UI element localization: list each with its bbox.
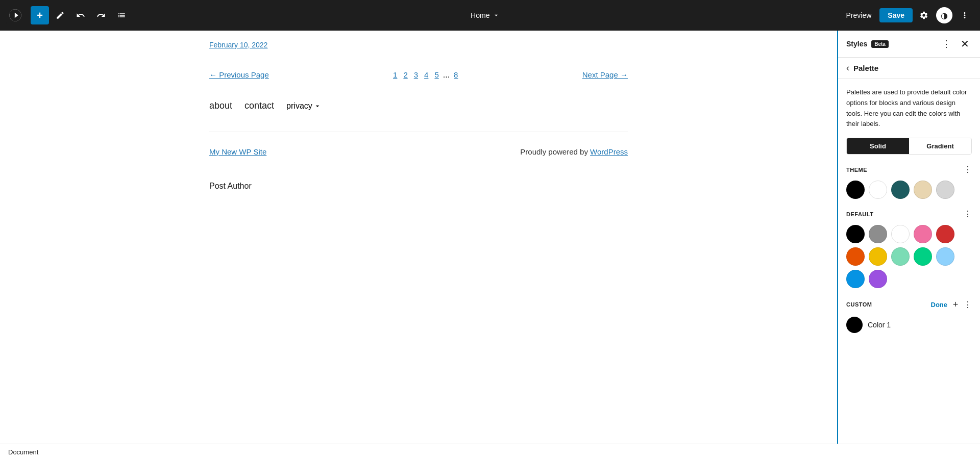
- default-color-4[interactable]: [914, 225, 932, 243]
- theme-section: THEME ⋮: [846, 165, 972, 199]
- custom-color-1-label: Color 1: [868, 321, 891, 329]
- default-color-5[interactable]: [936, 225, 954, 243]
- custom-color-1-swatch[interactable]: [846, 317, 863, 333]
- default-section: DEFAULT ⋮: [846, 209, 972, 288]
- right-panel: Styles Beta ⋮ ✕ ‹ Palette Palettes are u…: [837, 31, 980, 444]
- next-page-link[interactable]: Next Page →: [582, 70, 628, 79]
- custom-more-button[interactable]: ⋮: [964, 300, 972, 310]
- site-title-button[interactable]: Home: [464, 8, 506, 22]
- gradient-button[interactable]: Gradient: [909, 138, 971, 154]
- default-more-button[interactable]: ⋮: [964, 209, 972, 219]
- wp-logo-icon: [6, 6, 24, 24]
- default-color-9[interactable]: [914, 247, 932, 266]
- theme-color-white[interactable]: [869, 181, 887, 199]
- styles-title: Styles: [846, 40, 867, 48]
- site-link[interactable]: My New WP Site: [209, 147, 266, 156]
- page-ellipsis: ...: [443, 70, 450, 80]
- main-area: February 10, 2022 ← Previous Page 1 2 3 …: [0, 31, 980, 444]
- custom-color-row: Color 1: [846, 317, 972, 333]
- beta-badge: Beta: [871, 40, 889, 48]
- about-link[interactable]: about: [209, 100, 232, 111]
- toolbar: + Home Preview Save ◑: [0, 0, 980, 31]
- page-5-link[interactable]: 5: [432, 69, 440, 80]
- palette-title: Palette: [853, 64, 878, 72]
- theme-color-black[interactable]: [846, 181, 865, 199]
- page-2-link[interactable]: 2: [401, 69, 409, 80]
- panel-body: Palettes are used to provide default col…: [838, 79, 980, 444]
- default-color-3[interactable]: [891, 225, 910, 243]
- custom-section-title: CUSTOM: [846, 301, 872, 308]
- default-section-title: DEFAULT: [846, 211, 873, 217]
- bottom-bar: Document: [0, 444, 980, 460]
- contact-link[interactable]: contact: [244, 100, 274, 111]
- wordpress-link[interactable]: WordPress: [590, 147, 628, 156]
- preview-button[interactable]: Preview: [840, 8, 878, 22]
- custom-section: CUSTOM Done + ⋮ Color 1: [846, 298, 972, 333]
- pagination: ← Previous Page 1 2 3 4 5 ... 8 Next Pag…: [209, 64, 628, 85]
- palette-header: ‹ Palette: [838, 58, 980, 79]
- theme-color-teal[interactable]: [891, 181, 910, 199]
- default-color-2[interactable]: [869, 225, 887, 243]
- default-color-1[interactable]: [846, 225, 865, 243]
- page-3-link[interactable]: 3: [412, 69, 420, 80]
- redo-button[interactable]: [92, 6, 110, 24]
- panel-header: Styles Beta ⋮ ✕: [838, 31, 980, 58]
- default-color-8[interactable]: [891, 247, 910, 266]
- theme-color-light-gray[interactable]: [936, 181, 954, 199]
- solid-gradient-toggle: Solid Gradient: [846, 138, 972, 155]
- add-block-button[interactable]: +: [31, 6, 49, 24]
- add-custom-color-button[interactable]: +: [949, 298, 962, 311]
- site-footer: My New WP Site Proudly powered by WordPr…: [209, 132, 628, 171]
- date-link[interactable]: February 10, 2022: [209, 41, 628, 49]
- contrast-toggle-button[interactable]: ◑: [936, 7, 952, 23]
- theme-color-swatches: [846, 181, 972, 199]
- default-color-12[interactable]: [869, 270, 887, 288]
- page-numbers: 1 2 3 4 5 ... 8: [391, 69, 460, 80]
- default-color-6[interactable]: [846, 247, 865, 266]
- default-color-10[interactable]: [936, 247, 954, 266]
- footer-nav: about contact privacy: [209, 100, 628, 111]
- panel-more-button[interactable]: ⋮: [939, 37, 953, 51]
- page-4-link[interactable]: 4: [422, 69, 430, 80]
- custom-actions: Done + ⋮: [931, 298, 972, 311]
- post-author-label: Post Author: [209, 182, 628, 191]
- more-options-button[interactable]: [955, 6, 974, 24]
- theme-more-button[interactable]: ⋮: [964, 165, 972, 174]
- settings-button[interactable]: [915, 6, 933, 24]
- prev-page-link[interactable]: ← Previous Page: [209, 70, 269, 79]
- default-color-swatches: [846, 225, 972, 288]
- save-button[interactable]: Save: [879, 8, 913, 22]
- page-1-link[interactable]: 1: [391, 69, 399, 80]
- panel-close-button[interactable]: ✕: [958, 37, 972, 51]
- edit-tool-button[interactable]: [51, 6, 69, 24]
- palette-description: Palettes are used to provide default col…: [846, 87, 972, 130]
- solid-button[interactable]: Solid: [847, 138, 909, 154]
- theme-color-tan[interactable]: [914, 181, 932, 199]
- back-button[interactable]: ‹: [846, 63, 849, 73]
- undo-button[interactable]: [71, 6, 90, 24]
- theme-section-title: THEME: [846, 167, 867, 173]
- page-8-link[interactable]: 8: [452, 69, 460, 80]
- default-color-11[interactable]: [846, 270, 865, 288]
- canvas: February 10, 2022 ← Previous Page 1 2 3 …: [0, 31, 837, 444]
- done-button[interactable]: Done: [931, 301, 948, 309]
- list-view-button[interactable]: [112, 6, 131, 24]
- powered-text: Proudly powered by WordPress: [520, 147, 628, 156]
- document-label: Document: [8, 448, 38, 456]
- privacy-menu[interactable]: privacy: [286, 100, 322, 111]
- default-color-7[interactable]: [869, 247, 887, 266]
